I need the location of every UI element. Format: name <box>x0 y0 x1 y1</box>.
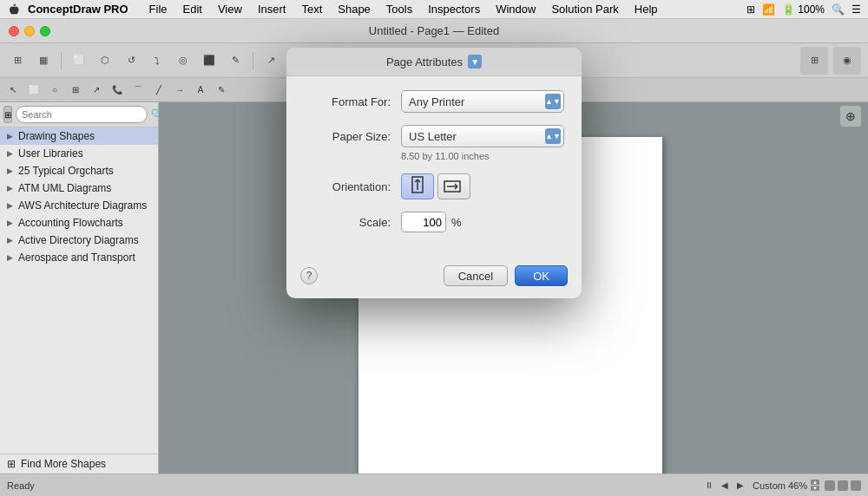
toolbar-btn2[interactable]: ▦ <box>33 50 54 71</box>
orientation-landscape-btn[interactable] <box>437 173 470 199</box>
window-title: Untitled - Page1 — Edited <box>369 24 499 37</box>
toolbar-sep1 <box>61 52 62 69</box>
scale-label: Scale: <box>304 216 391 229</box>
format-for-select[interactable]: Any Printer <box>401 90 564 113</box>
dialog-title: Page Attributes <box>386 55 463 69</box>
toolbar-btn5[interactable]: ↺ <box>121 50 141 71</box>
toolbar-sep2 <box>253 52 253 69</box>
ok-button[interactable]: OK <box>515 265 568 286</box>
format-for-select-wrap: Any Printer ▲▼ <box>401 90 564 113</box>
statusbar: Ready ⏸ ◀ ▶ Custom 46% ▲ ▼ <box>0 473 868 496</box>
sidebar-item-atm-uml[interactable]: ▶ ATM UML Diagrams <box>0 179 158 197</box>
toolbar-right-btn2[interactable]: ◉ <box>833 47 861 75</box>
toolbar-btn6[interactable]: ⤵ <box>147 50 168 71</box>
menu-view[interactable]: View <box>211 2 249 16</box>
toolbar-shapes-btn[interactable]: ⬜ <box>69 50 89 71</box>
menu-window[interactable]: Window <box>489 2 542 16</box>
maximize-button[interactable] <box>40 26 50 36</box>
prev-page-btn[interactable]: ⏸ <box>702 479 716 493</box>
tool-phone[interactable]: 📞 <box>108 81 127 100</box>
scale-unit: % <box>451 216 462 229</box>
toolbar-btn7[interactable]: ◎ <box>173 50 194 71</box>
toolbar-pages-btn[interactable]: ⊞ <box>7 50 28 71</box>
sidebar-item-label-1: User Libraries <box>18 147 83 160</box>
tool-connect[interactable]: ↗ <box>87 81 106 100</box>
nav-right-btn[interactable]: ▶ <box>733 479 747 493</box>
paper-size-select[interactable]: US Letter <box>401 125 564 147</box>
menu-edit[interactable]: Edit <box>176 2 209 16</box>
dialog-titlebar: Page Attributes ▼ <box>286 48 582 76</box>
arrow-icon-2: ▶ <box>7 166 13 175</box>
nav-left-btn[interactable]: ◀ <box>718 479 732 493</box>
page-attributes-dialog: Page Attributes ▼ Format For: Any Printe… <box>286 48 582 298</box>
tool-pencil[interactable]: ✎ <box>212 81 231 100</box>
toolbar-connect-btn[interactable]: ↗ <box>260 50 281 71</box>
menubar: ConceptDraw PRO File Edit View Insert Te… <box>0 0 868 19</box>
orientation-label: Orientation: <box>304 180 391 193</box>
arrow-icon-1: ▶ <box>7 149 13 158</box>
app-name: ConceptDraw PRO <box>28 3 128 16</box>
page-dot-3 <box>851 480 861 491</box>
toolbar-btn4[interactable]: ⬡ <box>95 50 115 71</box>
tool-circle[interactable]: ○ <box>45 81 64 100</box>
sidebar-item-active-directory[interactable]: ▶ Active Directory Diagrams <box>0 232 158 249</box>
sidebar-item-label-7: Aerospace and Transport <box>18 251 135 264</box>
sidebar-item-aerospace[interactable]: ▶ Aerospace and Transport <box>0 249 158 266</box>
orientation-row: Orientation: <box>304 173 564 199</box>
format-for-label: Format For: <box>304 95 391 108</box>
window-controls <box>9 26 50 36</box>
menu-insert[interactable]: Insert <box>251 2 293 16</box>
menubar-right: ⊞ 📶 🔋 100% 🔍 ☰ <box>746 3 861 16</box>
zoom-button[interactable]: ⊕ <box>840 106 861 127</box>
sidebar-item-drawing-shapes[interactable]: ▶ Drawing Shapes <box>0 127 158 145</box>
tool-curve[interactable]: ⌒ <box>128 81 148 100</box>
find-more-shapes[interactable]: ⊞ Find More Shapes <box>0 454 158 473</box>
menu-help[interactable]: Help <box>628 2 665 16</box>
tool-shape[interactable]: ⬜ <box>24 81 43 100</box>
search-icon[interactable]: 🔍 <box>151 106 159 123</box>
dialog-title-dropdown[interactable]: ▼ <box>468 55 482 69</box>
sidebar-item-label-3: ATM UML Diagrams <box>18 182 111 194</box>
orientation-portrait-btn[interactable] <box>401 173 434 199</box>
search-input[interactable] <box>16 106 148 123</box>
menu-tools[interactable]: Tools <box>379 2 419 16</box>
sidebar-view-btn[interactable]: ⊞ <box>3 106 12 123</box>
dialog-content: Format For: Any Printer ▲▼ Paper Size: U… <box>286 76 582 258</box>
sidebar-item-user-libraries[interactable]: ▶ User Libraries <box>0 145 158 162</box>
sidebar-item-label-6: Active Directory Diagrams <box>18 234 139 246</box>
apple-menu[interactable] <box>7 3 21 16</box>
paper-size-row: Paper Size: US Letter ▲▼ <box>304 125 564 147</box>
tool-select[interactable]: ↖ <box>3 81 23 100</box>
scale-input[interactable] <box>401 212 446 232</box>
menu-inspectors[interactable]: Inspectors <box>421 2 487 16</box>
scale-row: Scale: % <box>304 212 564 232</box>
dialog-footer: ? Cancel OK <box>286 258 582 298</box>
paper-size-hint: 8.50 by 11.00 inches <box>401 151 564 161</box>
toolbar-btn9[interactable]: ✎ <box>225 50 246 71</box>
page-dot-1 <box>825 480 835 491</box>
page-indicators <box>825 480 861 491</box>
cancel-button[interactable]: Cancel <box>444 265 508 286</box>
toolbar-right-btn1[interactable]: ⊞ <box>800 47 828 75</box>
orientation-buttons <box>401 173 470 199</box>
arrow-icon-7: ▶ <box>7 253 13 262</box>
sidebar-item-accounting[interactable]: ▶ Accounting Flowcharts <box>0 214 158 232</box>
tool-line[interactable]: ╱ <box>149 81 168 100</box>
close-button[interactable] <box>9 26 19 36</box>
menu-shape[interactable]: Shape <box>331 2 378 16</box>
sidebar-item-aws[interactable]: ▶ AWS Architecture Diagrams <box>0 197 158 214</box>
tool-arrow[interactable]: → <box>170 81 189 100</box>
toolbar-btn8[interactable]: ⬛ <box>199 50 220 71</box>
paper-size-label: Paper Size: <box>304 130 391 143</box>
sidebar: ⊞ 🔍 ▶ Drawing Shapes ▶ User Libraries ▶ … <box>0 102 159 473</box>
menu-text[interactable]: Text <box>294 2 329 16</box>
menu-solution-park[interactable]: Solution Park <box>544 2 625 16</box>
minimize-button[interactable] <box>24 26 35 36</box>
help-button[interactable]: ? <box>300 267 318 284</box>
menu-file[interactable]: File <box>142 2 174 16</box>
sidebar-item-orgcharts[interactable]: ▶ 25 Typical Orgcharts <box>0 162 158 179</box>
tool-text[interactable]: A <box>191 81 210 100</box>
tool-grid[interactable]: ⊞ <box>66 81 85 100</box>
zoom-stepper[interactable]: ▲ ▼ <box>811 480 819 491</box>
titlebar: Untitled - Page1 — Edited <box>0 19 868 43</box>
